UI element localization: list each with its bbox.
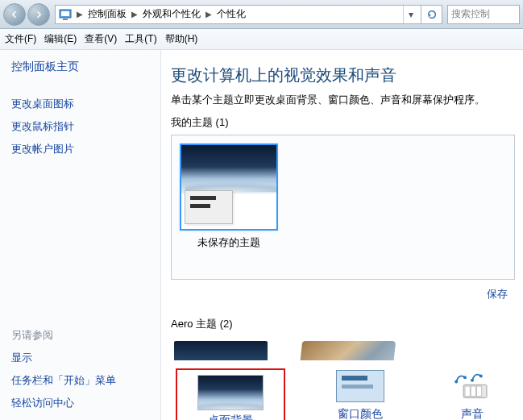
aero-theme-1[interactable] [174,341,268,360]
page-subtitle: 单击某个主题立即更改桌面背景、窗口颜色、声音和屏幕保护程序。 [171,93,515,107]
svg-rect-6 [477,386,482,397]
svg-point-10 [479,374,483,377]
breadcrumb-leaf[interactable]: 个性化 [217,7,246,21]
address-dropdown-button[interactable]: ▾ [403,6,417,23]
breadcrumb-root[interactable]: 控制面板 [88,7,127,21]
chevron-down-icon: ▾ [409,9,413,20]
sidebar-link-taskbar[interactable]: 任务栏和「开始」菜单 [11,373,149,388]
svg-rect-4 [465,386,470,397]
my-themes-label: 我的主题 (1) [171,115,515,130]
sidebar-link-icons[interactable]: 更改桌面图标 [11,97,149,111]
window-color-title: 窗口颜色 [322,407,397,420]
sound-title: 声音 [435,407,510,420]
theme-window-icon [185,190,233,224]
chevron-right-icon: ▶ [75,10,85,19]
search-input[interactable]: 搜索控制 [447,5,520,24]
sidebar-link-display[interactable]: 显示 [11,351,149,365]
chevron-right-icon: ▶ [130,10,139,19]
content: 更改计算机上的视觉效果和声音 单击某个主题立即更改桌面背景、窗口颜色、声音和屏幕… [161,50,523,420]
theme-wallpaper-icon [181,145,276,193]
menu-tools[interactable]: 工具(T) [125,32,156,46]
sidebar-link-ease[interactable]: 轻松访问中心 [11,396,149,410]
sidebar-link-account[interactable]: 更改帐户图片 [11,142,149,156]
my-themes-box: 未保存的主题 保存 [171,135,515,280]
bottom-strip: 桌面背景 151014112_1366_768 窗口颜色 Windows 7 B… [171,360,515,420]
svg-rect-5 [471,386,475,397]
menu-view[interactable]: 查看(V) [85,32,117,46]
desktop-bg-title: 桌面背景 [182,414,279,420]
menu-help[interactable]: 帮助(H) [165,32,198,46]
sound-item[interactable]: 声音 Windows 默认 [435,368,510,420]
nav-buttons [3,3,50,26]
menubar: 文件(F) 编辑(E) 查看(V) 工具(T) 帮助(H) [0,29,523,50]
nav-forward-button[interactable] [27,3,50,26]
aero-theme-2[interactable] [297,341,396,360]
breadcrumb-mid[interactable]: 外观和个性化 [143,7,201,21]
arrow-right-icon [34,10,44,19]
refresh-button[interactable] [421,5,442,24]
menu-edit[interactable]: 编辑(E) [44,32,77,46]
desktop-background-item[interactable]: 桌面背景 151014112_1366_768 [176,368,285,420]
window-color-item[interactable]: 窗口颜色 Windows 7 Basic [322,368,397,420]
theme-unsaved-label: 未保存的主题 [180,235,278,250]
svg-rect-1 [61,11,69,16]
sound-icon [450,369,494,403]
address-bar[interactable]: ▶ 控制面板 ▶ 外观和个性化 ▶ 个性化 ▾ [55,5,421,24]
main: 控制面板主页 更改桌面图标 更改鼠标指针 更改帐户图片 另请参阅 显示 任务栏和… [0,50,523,420]
control-panel-icon [59,8,72,21]
sidebar-home[interactable]: 控制面板主页 [11,60,149,74]
chevron-right-icon: ▶ [204,10,214,19]
refresh-icon [426,9,438,20]
page-title: 更改计算机上的视觉效果和声音 [171,64,515,86]
menu-file[interactable]: 文件(F) [5,32,36,46]
svg-point-9 [471,379,474,382]
sidebar-see-also: 另请参阅 [11,328,149,343]
aero-label: Aero 主题 (2) [171,317,515,331]
svg-rect-2 [63,19,68,20]
theme-unsaved[interactable] [180,143,278,231]
nav-back-button[interactable] [3,3,26,26]
window-color-icon [336,370,384,402]
aero-thumbs [171,336,515,360]
svg-point-8 [463,376,467,379]
sidebar: 控制面板主页 更改桌面图标 更改鼠标指针 更改帐户图片 另请参阅 显示 任务栏和… [0,50,161,420]
svg-point-7 [455,380,458,384]
titlebar: ▶ 控制面板 ▶ 外观和个性化 ▶ 个性化 ▾ 搜索控制 [0,0,523,29]
arrow-left-icon [10,10,19,19]
search-placeholder: 搜索控制 [451,7,490,21]
wallpaper-icon [197,375,264,410]
save-theme-link[interactable]: 保存 [487,287,508,301]
sidebar-link-cursor[interactable]: 更改鼠标指针 [11,119,149,134]
